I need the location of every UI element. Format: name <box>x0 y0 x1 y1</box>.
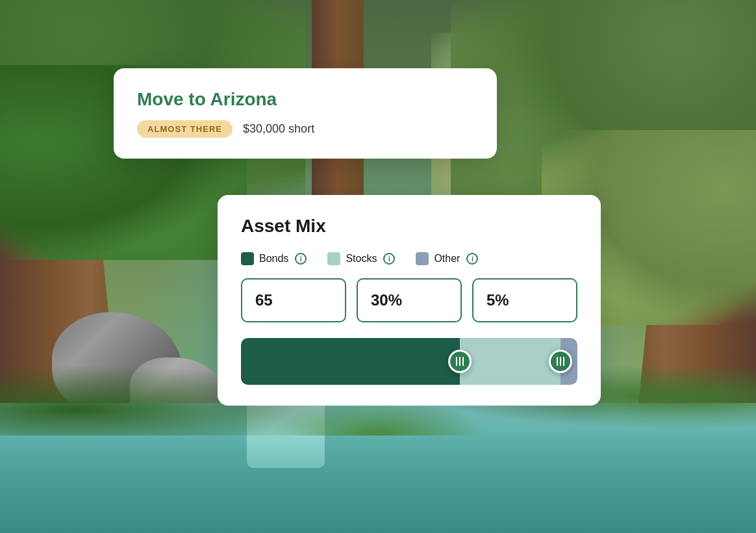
handle-lines-1 <box>456 357 464 366</box>
handle-lines-2 <box>557 357 564 366</box>
asset-bar-container <box>241 338 577 385</box>
status-badge: ALMOST THERE <box>137 120 233 138</box>
drag-handle-2[interactable] <box>549 350 572 373</box>
legend-bonds: Bonds i <box>241 252 307 265</box>
other-swatch <box>416 252 429 265</box>
other-info-icon[interactable]: i <box>466 253 478 265</box>
stocks-label: Stocks <box>346 253 377 265</box>
goal-status-row: ALMOST THERE $30,000 short <box>137 120 473 138</box>
legend-stocks: Stocks i <box>327 252 395 265</box>
legend-other: Other i <box>416 252 478 265</box>
goal-title: Move to Arizona <box>137 89 473 110</box>
other-input[interactable]: 5% <box>472 278 577 322</box>
bonds-swatch <box>241 252 254 265</box>
stocks-bar-segment <box>460 338 561 385</box>
other-label: Other <box>434 253 460 265</box>
bonds-info-icon[interactable]: i <box>295 253 307 265</box>
stocks-swatch <box>327 252 340 265</box>
handle-line <box>563 357 564 366</box>
asset-mix-title: Asset Mix <box>241 216 577 237</box>
handle-line <box>459 357 460 366</box>
stocks-input[interactable]: 30% <box>357 278 462 322</box>
asset-card: Asset Mix Bonds i Stocks i Other i 65 30… <box>218 195 601 406</box>
handle-line <box>456 357 457 366</box>
stocks-info-icon[interactable]: i <box>383 253 395 265</box>
bonds-input[interactable]: 65 <box>241 278 346 322</box>
handle-line <box>557 357 558 366</box>
bonds-label: Bonds <box>259 253 288 265</box>
handle-line <box>462 357 464 366</box>
drag-handle-1[interactable] <box>448 350 472 373</box>
goal-card: Move to Arizona ALMOST THERE $30,000 sho… <box>114 68 497 159</box>
legend-row: Bonds i Stocks i Other i <box>241 252 577 265</box>
bonds-bar-segment <box>241 338 460 385</box>
short-amount: $30,000 short <box>243 122 314 136</box>
inputs-row: 65 30% 5% <box>241 278 577 322</box>
asset-bar <box>241 338 577 385</box>
handle-line <box>560 357 561 366</box>
